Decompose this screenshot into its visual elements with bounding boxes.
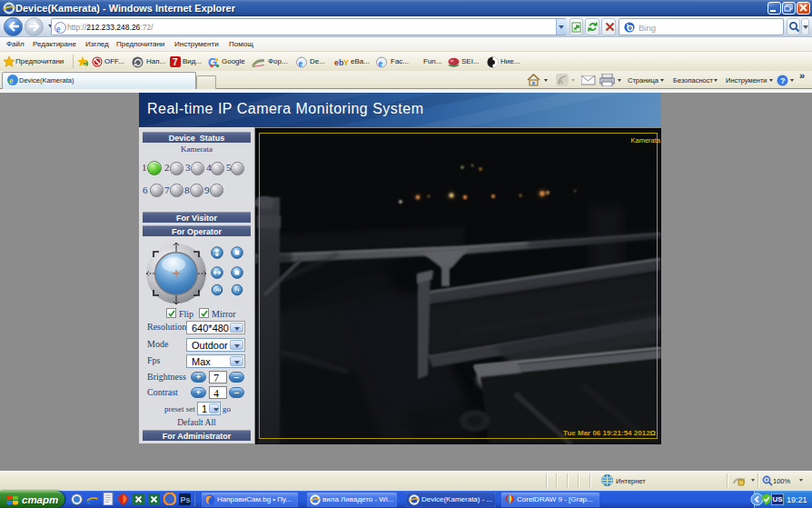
svg-text:7: 7 bbox=[173, 57, 178, 67]
svg-text:e: e bbox=[299, 58, 303, 68]
svg-text:Tue Mar 06 19:21:54 2012Ω: Tue Mar 06 19:21:54 2012Ω bbox=[563, 429, 656, 437]
svg-text:e: e bbox=[379, 58, 383, 68]
svg-text:Ps: Ps bbox=[181, 495, 191, 504]
svg-text:e: e bbox=[56, 24, 61, 34]
svg-text:?: ? bbox=[780, 76, 786, 85]
svg-text:e: e bbox=[9, 75, 14, 85]
svg-text:Y: Y bbox=[343, 58, 349, 67]
svg-text:Kamerata: Kamerata bbox=[630, 136, 660, 144]
